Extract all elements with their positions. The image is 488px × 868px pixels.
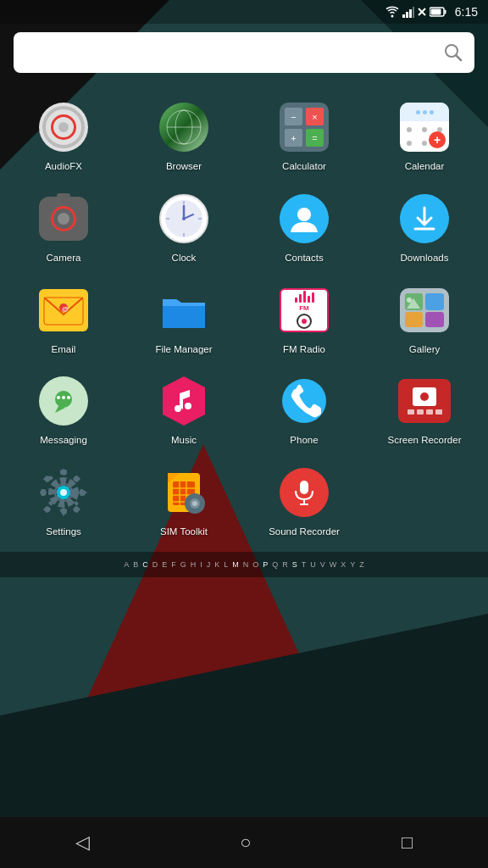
app-label-settings: Settings: [46, 526, 81, 538]
app-icon-phone: [275, 372, 333, 430]
alpha-letter-O[interactable]: O: [251, 559, 261, 570]
app-label-music: Music: [171, 435, 197, 447]
app-icon-calculator: − × + =: [275, 98, 333, 156]
app-icon-browser: [155, 98, 213, 156]
app-icon-camera: [35, 190, 92, 248]
app-icon-downloads: [396, 190, 453, 248]
app-label-phone: Phone: [290, 435, 318, 447]
app-item-filemanager[interactable]: File Manager: [124, 271, 244, 363]
svg-line-11: [456, 55, 461, 60]
alpha-letter-F[interactable]: F: [169, 559, 179, 570]
alpha-letter-H[interactable]: H: [188, 559, 198, 570]
alpha-letter-P[interactable]: P: [261, 559, 270, 570]
signal-icon: [402, 6, 414, 18]
app-item-phone[interactable]: Phone: [244, 362, 364, 453]
app-label-browser: Browser: [166, 161, 202, 173]
wifi-icon: [385, 6, 399, 18]
alpha-letter-L[interactable]: L: [222, 559, 230, 570]
alphabet-bar: ABCDEFGHIJKLMNOPQRSTUVWXYZ: [0, 552, 488, 577]
svg-rect-57: [300, 481, 308, 494]
app-icon-email: @: [35, 281, 92, 339]
svg-point-35: [57, 396, 60, 399]
app-label-camera: Camera: [47, 253, 81, 264]
app-icon-simtoolkit: [155, 464, 213, 521]
alpha-letter-C[interactable]: C: [141, 559, 151, 570]
app-item-music[interactable]: Music: [124, 362, 244, 453]
svg-point-36: [62, 396, 65, 399]
svg-rect-4: [413, 7, 414, 18]
app-item-fmradio[interactable]: FM FM Radio: [244, 271, 364, 363]
alpha-letter-Y[interactable]: Y: [348, 559, 358, 570]
signal-x-icon: [418, 8, 426, 16]
battery-icon: [430, 7, 446, 17]
alpha-letter-U[interactable]: U: [308, 559, 319, 570]
svg-point-33: [407, 298, 412, 303]
app-icon-soundrecorder: [275, 464, 333, 521]
app-item-audiofx[interactable]: AudioFX: [3, 88, 124, 180]
app-icon-screenrecorder: [396, 372, 453, 430]
app-item-messaging[interactable]: Messaging: [3, 362, 124, 453]
app-item-gallery[interactable]: Gallery: [364, 271, 485, 363]
app-item-soundrecorder[interactable]: Sound Recorder: [244, 453, 364, 545]
app-item-contacts[interactable]: Contacts: [244, 180, 364, 271]
nav-bar: ◁ ○ □: [0, 817, 488, 868]
app-item-calendar[interactable]: + Calendar: [364, 88, 485, 180]
app-label-audiofx: AudioFX: [45, 161, 82, 173]
alpha-letter-E[interactable]: E: [160, 559, 169, 570]
app-label-messaging: Messaging: [40, 435, 87, 447]
back-button[interactable]: ◁: [75, 832, 90, 854]
alpha-letter-J[interactable]: J: [204, 559, 213, 570]
app-item-email[interactable]: @ Email: [3, 271, 124, 363]
app-item-settings[interactable]: Settings: [3, 453, 124, 545]
alpha-letter-M[interactable]: M: [230, 559, 241, 570]
app-item-camera[interactable]: Camera: [3, 180, 124, 271]
alpha-letter-A[interactable]: A: [122, 559, 131, 570]
app-item-browser[interactable]: Browser: [124, 88, 244, 180]
alpha-letter-R[interactable]: R: [280, 559, 291, 570]
app-item-screenrecorder[interactable]: Screen Recorder: [364, 362, 485, 453]
search-bar[interactable]: [14, 32, 474, 73]
alpha-letter-B[interactable]: B: [131, 559, 141, 570]
alpha-letter-V[interactable]: V: [318, 559, 327, 570]
alpha-letter-N[interactable]: N: [241, 559, 251, 570]
app-icon-music: [155, 372, 213, 430]
app-label-screenrecorder: Screen Recorder: [388, 435, 462, 447]
app-item-calculator[interactable]: − × + = Calculator: [244, 88, 364, 180]
app-label-clock: Clock: [172, 253, 197, 264]
alpha-letter-D[interactable]: D: [150, 559, 160, 570]
alpha-letter-I[interactable]: I: [198, 559, 205, 570]
alpha-letter-Q[interactable]: Q: [270, 559, 280, 570]
alpha-letter-T[interactable]: T: [299, 559, 308, 570]
alpha-letter-S[interactable]: S: [290, 559, 299, 570]
status-bar: 6:15: [0, 0, 488, 24]
alpha-letter-W[interactable]: W: [327, 559, 339, 570]
app-label-soundrecorder: Sound Recorder: [269, 526, 340, 538]
svg-text:@: @: [62, 305, 69, 313]
alpha-letter-K[interactable]: K: [213, 559, 222, 570]
recent-button[interactable]: □: [402, 832, 413, 854]
app-icon-clock: [155, 190, 213, 248]
svg-point-39: [175, 405, 181, 412]
app-label-simtoolkit: SIM Toolkit: [160, 526, 208, 538]
svg-point-56: [192, 501, 197, 506]
app-icon-contacts: [275, 190, 333, 248]
app-item-simtoolkit[interactable]: SIM Toolkit: [124, 453, 244, 545]
svg-point-0: [391, 15, 393, 18]
app-label-calendar: Calendar: [405, 161, 445, 173]
svg-rect-3: [409, 9, 412, 18]
svg-point-46: [60, 489, 67, 496]
home-button[interactable]: ○: [240, 832, 251, 854]
app-icon-calendar: +: [396, 98, 453, 156]
svg-point-40: [185, 403, 191, 409]
svg-rect-1: [402, 14, 405, 18]
status-icons: 6:15: [385, 5, 478, 19]
alpha-letter-Z[interactable]: Z: [358, 559, 367, 570]
app-icon-gallery: [396, 281, 453, 339]
search-icon: [444, 43, 463, 62]
alpha-letter-G[interactable]: G: [178, 559, 188, 570]
app-item-clock[interactable]: Clock: [124, 180, 244, 271]
app-item-downloads[interactable]: Downloads: [364, 180, 485, 271]
alpha-letter-X[interactable]: X: [339, 559, 348, 570]
app-label-filemanager: File Manager: [155, 344, 212, 356]
svg-rect-2: [406, 12, 408, 18]
